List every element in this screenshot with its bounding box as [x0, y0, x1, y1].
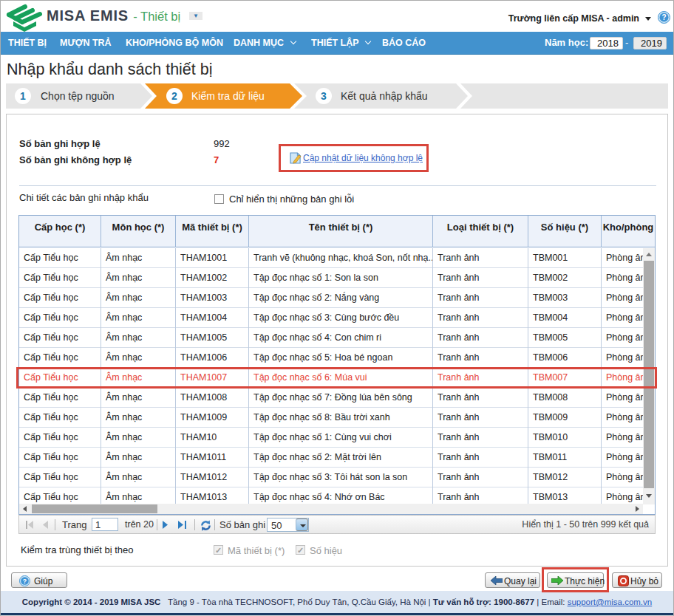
- svg-text:?: ?: [661, 13, 666, 21]
- svg-text:?: ?: [23, 578, 27, 585]
